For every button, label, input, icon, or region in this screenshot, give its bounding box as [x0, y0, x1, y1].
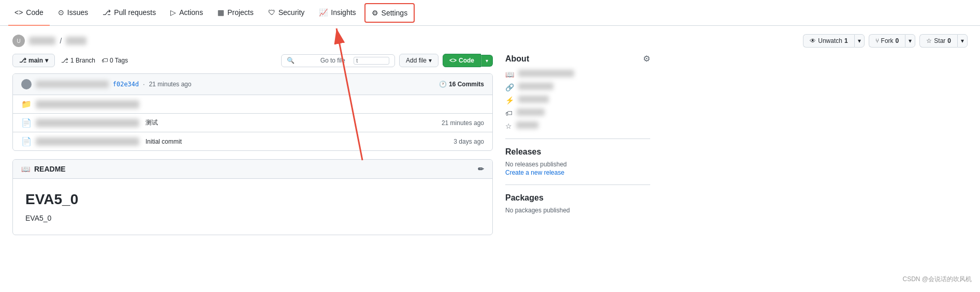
commit-sha[interactable]: f02e34d [113, 81, 139, 88]
repo-owner-name: YYY123 [29, 37, 55, 45]
security-icon: 🛡 [268, 8, 275, 17]
readme-header: 📖 README ✏ [13, 160, 492, 179]
about-header: About ⚙ [505, 54, 650, 64]
branch-icon: ⎇ [19, 57, 26, 64]
branch-count-link[interactable]: ⎇ 1 Branch [61, 57, 95, 64]
packages-divider [505, 185, 650, 185]
repo-actions: 👁 Unwatch 1 ▾ ⑂ Fork 0 ▾ ☆ Star 0 ▾ [803, 34, 968, 48]
tag-icon: 🏷 [101, 57, 108, 64]
nav-actions[interactable]: ▷ Actions [164, 0, 209, 26]
nav-pull-requests[interactable]: ⎇ Pull requests [96, 0, 162, 26]
packages-title: Packages [505, 193, 650, 203]
book-icon: 📖 [505, 70, 514, 79]
fork-label: Fork [881, 37, 894, 44]
book-icon: 📖 [21, 165, 30, 173]
sidebar: About ⚙ 📖 description text here 🔗 link t… [505, 54, 650, 235]
commits-link[interactable]: 🕐 16 Commits [439, 81, 484, 88]
about-link[interactable]: link text here [518, 83, 553, 90]
file-commit-msg: 测试 [145, 118, 435, 127]
readme-header-left: 📖 README [21, 165, 66, 173]
watch-button[interactable]: 👁 Unwatch 1 [803, 34, 854, 48]
nav-code[interactable]: <> Code [8, 0, 50, 26]
code-bracket-icon: <> [449, 57, 457, 64]
branch-count-icon: ⎇ [61, 57, 68, 64]
nav-settings[interactable]: ⚙ Settings [364, 3, 415, 23]
tag-icon: 🏷 [505, 109, 513, 117]
pull-requests-icon: ⎇ [103, 8, 111, 17]
add-file-label: Add file [406, 57, 427, 64]
star-count: 0 [947, 37, 951, 44]
insights-icon: 📈 [319, 8, 328, 17]
actions-icon: ▷ [170, 8, 176, 17]
star-button[interactable]: ☆ Star 0 [919, 34, 957, 48]
code-button[interactable]: <> Code [443, 54, 481, 67]
search-box[interactable]: 🔍 Go to file t [281, 54, 395, 67]
fork-btn-group: ⑂ Fork 0 ▾ [869, 34, 916, 48]
tag-count: 0 Tags [110, 57, 128, 64]
file-table: commit message text here f02e34d · 21 mi… [12, 73, 493, 151]
code-icon: <> [14, 8, 23, 17]
file-time: 21 minutes ago [442, 119, 484, 127]
repo-separator: / [60, 37, 62, 45]
projects-icon: ▦ [217, 8, 224, 17]
nav-insights[interactable]: 📈 Insights [313, 0, 362, 26]
file-row: 📄 filename_here 测试 21 minutes ago [13, 114, 492, 132]
repo-title: U YYY123 / REPO [12, 35, 86, 47]
nav-issues[interactable]: ⊙ Issues [52, 0, 94, 26]
commit-message: commit message text here [36, 81, 109, 88]
fork-dropdown-button[interactable]: ▾ [905, 34, 915, 48]
file-name-link[interactable]: filename_here [36, 119, 139, 127]
nav-security[interactable]: 🛡 Security [262, 0, 311, 26]
branch-selector[interactable]: ⎇ main ▾ [12, 54, 55, 67]
history-icon: 🕐 [439, 81, 447, 88]
activity-icon: ⚡ [505, 96, 514, 104]
svg-text:U: U [17, 38, 20, 44]
about-settings-icon[interactable]: ⚙ [643, 54, 650, 64]
star-icon: ☆ [926, 37, 932, 44]
file-icon: 📄 [21, 136, 30, 146]
star-btn-group: ☆ Star 0 ▾ [919, 34, 968, 48]
file-name-link[interactable]: folder_name_here [36, 100, 139, 109]
readme-body: EVA5_0 EVA5_0 [13, 179, 492, 235]
file-commit-msg: Initial commit [145, 138, 447, 145]
settings-icon: ⚙ [372, 9, 378, 17]
fork-count: 0 [896, 37, 899, 44]
code-dropdown-button[interactable]: ▾ [481, 55, 493, 67]
branch-name: main [28, 57, 43, 64]
search-shortcut: t [354, 57, 389, 65]
repo-main: ⎇ main ▾ ⎇ 1 Branch 🏷 0 Tags [12, 54, 493, 235]
releases-divider [505, 139, 650, 139]
file-time: 3 days ago [454, 138, 484, 145]
code-btn-label: Code [459, 57, 474, 64]
star-icon-sm: ☆ [505, 122, 512, 130]
add-file-button[interactable]: Add file ▾ [399, 54, 438, 67]
repo-header: U YYY123 / REPO 👁 Unwatch 1 ▾ ⑂ Fork 0 ▾ [0, 26, 980, 54]
commits-count: 16 Commits [449, 81, 484, 88]
add-file-dropdown-icon: ▾ [429, 57, 432, 64]
tag-count-link[interactable]: 🏷 0 Tags [101, 57, 128, 64]
nav-projects[interactable]: ▦ Projects [211, 0, 260, 26]
create-release-link[interactable]: Create a new release [505, 169, 564, 176]
star-dropdown-button[interactable]: ▾ [957, 34, 968, 48]
watch-dropdown-button[interactable]: ▾ [854, 34, 865, 48]
releases-section: Releases No releases published Create a … [505, 147, 650, 176]
main-content: ⎇ main ▾ ⎇ 1 Branch 🏷 0 Tags [0, 54, 663, 248]
nav-issues-label: Issues [67, 8, 88, 17]
nav-pr-label: Pull requests [114, 8, 156, 17]
code-btn-group: <> Code ▾ [443, 54, 493, 67]
link-icon: 🔗 [505, 83, 514, 91]
readme-title: EVA5_0 [25, 191, 480, 208]
fork-icon: ⑂ [875, 37, 879, 44]
about-item: ⚡ activity text [505, 96, 650, 104]
readme-edit-icon[interactable]: ✏ [478, 165, 484, 173]
branch-bar-left: ⎇ main ▾ ⎇ 1 Branch 🏷 0 Tags [12, 54, 128, 67]
file-name-link[interactable]: filename_here [36, 137, 139, 146]
folder-icon: 📁 [21, 99, 30, 109]
commit-time: 21 minutes ago [149, 81, 192, 88]
repo-name: REPO [66, 37, 86, 45]
file-row: 📄 filename_here Initial commit 3 days ag… [13, 132, 492, 150]
no-releases-text: No releases published [505, 161, 650, 168]
fork-button[interactable]: ⑂ Fork 0 [869, 34, 905, 48]
packages-section: Packages No packages published [505, 193, 650, 214]
file-row: 📁 folder_name_here [13, 95, 492, 114]
